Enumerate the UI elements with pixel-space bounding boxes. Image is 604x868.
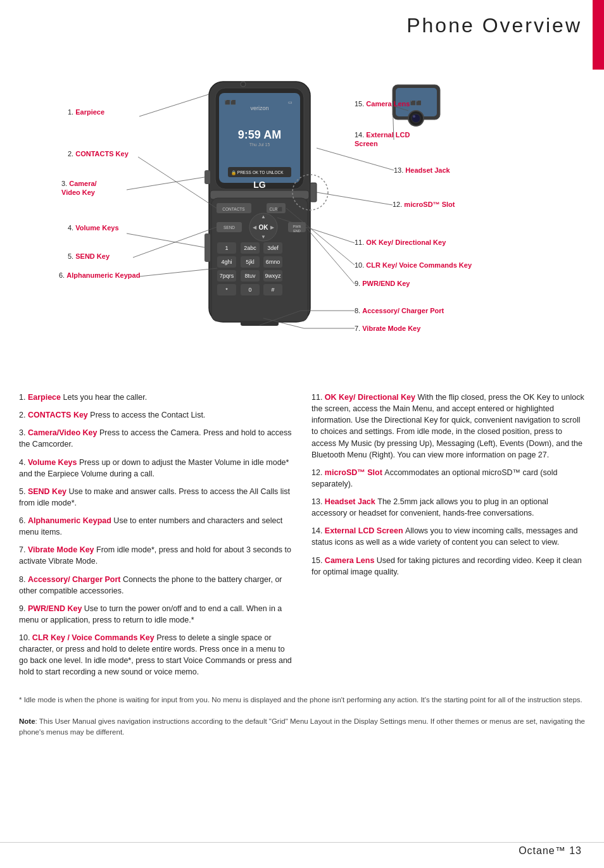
label-8: Accessory/ Charger Port [28, 575, 123, 584]
svg-text:8. Accessory/ Charger Port: 8. Accessory/ Charger Port [355, 307, 444, 314]
svg-text:9:59 AM: 9:59 AM [238, 128, 281, 141]
svg-text:▶: ▶ [270, 225, 275, 230]
svg-text:SEND: SEND [223, 225, 235, 230]
label-2: CONTACTS Key [28, 411, 90, 419]
label-15: Camera Lens [325, 556, 377, 565]
svg-text:0: 0 [248, 287, 251, 293]
svg-text:4. Volume Keys: 4. Volume Keys [68, 224, 119, 232]
svg-text:9wxyz: 9wxyz [265, 273, 281, 279]
svg-text:▭: ▭ [288, 100, 293, 104]
svg-text:OK: OK [259, 224, 269, 231]
svg-text:Screen: Screen [355, 140, 378, 147]
desc-col-right: 11. OK Key/ Directional Key With the fli… [311, 392, 585, 685]
svg-rect-57 [310, 183, 317, 202]
svg-text:3def: 3def [267, 245, 279, 251]
desc-item-2: 2. CONTACTS Key Press to access the Cont… [19, 409, 293, 421]
page-title: Phone Overview [0, 0, 604, 44]
svg-text:verizon: verizon [250, 105, 268, 111]
diagram-area: verizon ⬛⬛ ▭ 9:59 AM Thu Jul 15 🔒 PRESS … [0, 44, 604, 385]
page-number: Octane™ 13 [519, 845, 582, 857]
svg-text:▲: ▲ [261, 214, 266, 220]
label-1: Earpiece [28, 393, 63, 402]
desc-item-9: 9. PWR/END Key Use to turn the power on/… [19, 603, 293, 626]
svg-text:8tuv: 8tuv [244, 273, 256, 279]
label-10: CLR Key / Voice Commands Key [32, 633, 156, 642]
desc-item-6: 6. Alphanumeric Keypad Use to enter numb… [19, 515, 293, 538]
text-2: Press to access the Contact List. [90, 411, 205, 419]
svg-text:CLR⬛: CLR⬛ [269, 206, 283, 212]
svg-rect-53 [204, 170, 210, 184]
svg-text:5. SEND Key: 5. SEND Key [68, 252, 110, 260]
label-9: PWR/END Key [28, 604, 84, 613]
svg-text:6. Alphanumeric Keypad: 6. Alphanumeric Keypad [59, 271, 140, 279]
text-11: With the flip closed, press the OK Key t… [311, 393, 584, 459]
svg-text:END: END [293, 229, 301, 233]
label-6: Alphanumeric Keypad [28, 516, 113, 525]
desc-col-left: 1. Earpiece Lets you hear the caller. 2.… [19, 392, 293, 685]
desc-item-13: 13. Headset Jack The 2.5mm jack allows y… [311, 496, 585, 519]
svg-rect-52 [204, 233, 210, 262]
svg-line-64 [139, 94, 209, 116]
note-text: : This User Manual gives navigation inst… [19, 717, 585, 736]
svg-line-73 [133, 227, 217, 257]
svg-line-91 [317, 148, 394, 170]
svg-text:15. Camera Lens: 15. Camera Lens [355, 100, 410, 108]
desc-item-5: 5. SEND Key Use to make and answer calls… [19, 486, 293, 509]
label-3: Camera/Video Key [28, 428, 99, 437]
svg-text:4ghi: 4ghi [221, 259, 232, 265]
svg-text:⬛⬛: ⬛⬛ [410, 100, 422, 106]
svg-line-75 [139, 268, 217, 276]
svg-text:⬛⬛: ⬛⬛ [225, 99, 236, 105]
svg-line-68 [127, 177, 204, 190]
desc-item-10: 10. CLR Key / Voice Commands Key Press t… [19, 632, 293, 678]
label-5: SEND Key [28, 487, 69, 496]
svg-text:#: # [271, 287, 274, 293]
svg-text:1. Earpiece: 1. Earpiece [68, 108, 104, 116]
desc-item-4: 4. Volume Keys Press up or down to adjus… [19, 457, 293, 480]
svg-text:LG: LG [253, 180, 266, 190]
svg-text:Video Key: Video Key [61, 189, 96, 196]
svg-text:◀: ◀ [253, 225, 257, 230]
desc-item-12: 12. microSD™ Slot Accommodates an option… [311, 467, 585, 490]
svg-text:2abc: 2abc [244, 245, 256, 251]
svg-text:5jkl: 5jkl [246, 259, 255, 265]
label-13: Headset Jack [325, 497, 377, 506]
svg-text:CONTACTS: CONTACTS [222, 207, 245, 211]
footnote-note: Note: This User Manual gives navigation … [19, 716, 585, 738]
desc-item-15: 15. Camera Lens Used for taking pictures… [311, 555, 585, 578]
svg-text:6mno: 6mno [266, 259, 280, 265]
svg-text:🔒 PRESS OK TO UNLOCK: 🔒 PRESS OK TO UNLOCK [231, 170, 284, 175]
svg-text:14. External LCD: 14. External LCD [355, 131, 410, 139]
note-label: Note [19, 717, 35, 725]
svg-line-83 [306, 227, 355, 284]
svg-text:7pqrs: 7pqrs [220, 273, 234, 279]
label-12: microSD™ Slot [325, 468, 384, 477]
label-14: External LCD Screen [325, 526, 405, 535]
svg-text:*: * [225, 287, 228, 293]
svg-text:7. Vibrate Mode Key: 7. Vibrate Mode Key [355, 325, 421, 332]
bottom-divider [0, 842, 604, 843]
svg-line-89 [317, 192, 393, 205]
svg-text:Thu Jul 15: Thu Jul 15 [249, 142, 270, 147]
svg-text:3. Camera/: 3. Camera/ [61, 180, 97, 187]
desc-item-3: 3. Camera/Video Key Press to access the … [19, 427, 293, 450]
label-4: Volume Keys [28, 458, 79, 467]
phone-diagram-svg: verizon ⬛⬛ ▭ 9:59 AM Thu Jul 15 🔒 PRESS … [0, 44, 604, 385]
desc-item-11: 11. OK Key/ Directional Key With the fli… [311, 392, 585, 461]
svg-text:2. CONTACTS Key: 2. CONTACTS Key [68, 150, 129, 158]
footer-notes: * Idle mode is when the phone is waiting… [0, 691, 604, 745]
svg-point-61 [413, 115, 415, 118]
svg-text:9. PWR/END Key: 9. PWR/END Key [355, 280, 410, 287]
svg-text:1: 1 [225, 245, 228, 251]
svg-text:13. Headset Jack: 13. Headset Jack [394, 166, 451, 174]
svg-point-60 [412, 114, 420, 123]
svg-text:11. OK Key/ Directional Key: 11. OK Key/ Directional Key [355, 239, 446, 246]
footnote-idle: * Idle mode is when the phone is waiting… [19, 695, 585, 705]
descriptions-section: 1. Earpiece Lets you hear the caller. 2.… [0, 385, 604, 691]
svg-rect-58 [241, 82, 246, 87]
svg-text:▼: ▼ [261, 234, 266, 240]
desc-item-14: 14. External LCD Screen Allows you to vi… [311, 525, 585, 548]
svg-text:10. CLR Key/ Voice Commands Ke: 10. CLR Key/ Voice Commands Key [355, 261, 472, 269]
desc-item-8: 8. Accessory/ Charger Port Connects the … [19, 574, 293, 597]
desc-item-7: 7. Vibrate Mode Key From idle mode*, pre… [19, 544, 293, 567]
